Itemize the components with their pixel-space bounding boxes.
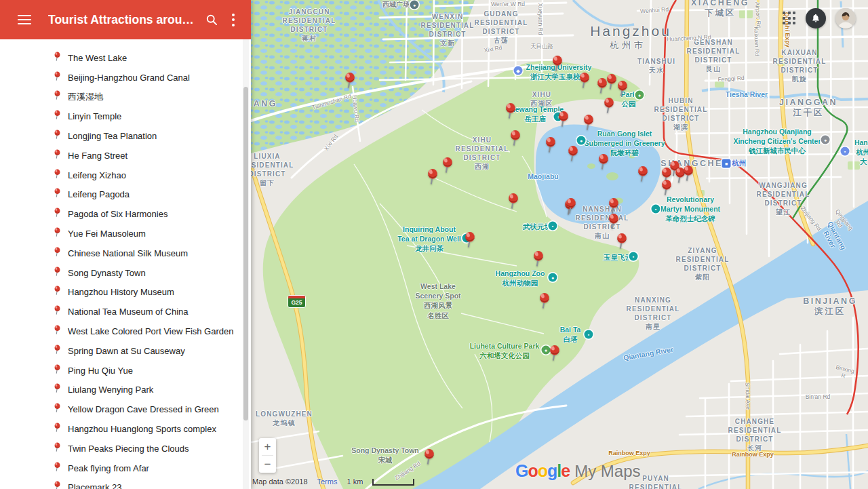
map-pin-12[interactable] [543, 136, 558, 154]
pushpin-icon [53, 71, 62, 84]
map-pin-15[interactable] [440, 157, 455, 174]
map-pin-11[interactable] [508, 130, 523, 147]
sidebar-item-label: West Lake Colored Port View Fish Garden [68, 326, 233, 336]
zoom-in-button[interactable]: + [259, 438, 276, 455]
attraction-icon[interactable]: ▪ [629, 252, 638, 261]
sidebar-item-label: Twin Peaks Piecing the Clouds [68, 444, 189, 454]
attraction-icon[interactable]: ▪ [549, 222, 557, 231]
user-avatar[interactable] [835, 8, 856, 28]
sidebar-item-19[interactable]: Yellow Dragon Cave Dressed in Green [0, 399, 241, 419]
apps-grid-icon[interactable] [783, 12, 796, 25]
map-pin-2[interactable] [550, 55, 565, 73]
map-pin-17[interactable] [506, 193, 521, 210]
terms-link[interactable]: Terms [317, 477, 338, 486]
map-pin-6[interactable] [615, 80, 630, 98]
sidebar-item-22[interactable]: Peak flying from Afar [0, 458, 241, 478]
sidebar-item-6[interactable]: He Fang Street [0, 146, 241, 165]
sidebar-item-label: National Tea Museum of China [68, 307, 189, 317]
zoo-paw-icon[interactable]: ● [549, 273, 557, 282]
sidebar-item-11[interactable]: Chinese National Silk Museum [0, 243, 241, 263]
map-pin-7[interactable] [601, 97, 616, 115]
place-icon[interactable]: ● [821, 136, 830, 144]
map-pin-28[interactable] [635, 165, 650, 183]
sidebar-item-label: Pagoda of Six Harmonies [68, 209, 167, 219]
map-pin-22[interactable] [547, 345, 562, 362]
map-pin-27[interactable] [614, 233, 629, 250]
sidebar-item-17[interactable]: Ping Hu Qiu Yue [0, 361, 241, 380]
place-icon[interactable]: ▪ [841, 147, 850, 156]
sidebar-item-16[interactable]: Spring Dawn at Su Causeway [0, 341, 241, 361]
map-pin-10[interactable] [503, 102, 518, 120]
sidebar-item-2[interactable]: Beijing-Hangzhou Grand Canal [0, 68, 241, 87]
sidebar-item-4[interactable]: Linyin Temple [0, 106, 241, 126]
more-options-kebab-icon[interactable] [232, 14, 235, 26]
map-pin-8[interactable] [556, 111, 571, 128]
university-icon[interactable]: ◆ [514, 66, 523, 75]
pushpin-icon [53, 305, 62, 318]
sidebar-item-13[interactable]: Hangzhou History Museum [0, 283, 241, 302]
map-pin-32[interactable] [681, 165, 696, 182]
sidebar-item-15[interactable]: West Lake Colored Port View Fish Garden [0, 321, 241, 341]
map-pin-16[interactable] [425, 168, 440, 186]
map-pin-23[interactable] [422, 448, 437, 466]
pushpin-icon [53, 442, 62, 455]
search-icon[interactable] [205, 13, 218, 26]
sidebar-item-label: Hangzhou History Museum [68, 287, 174, 297]
map-pin-3[interactable] [577, 72, 592, 90]
zoom-control: + − [259, 438, 276, 473]
google-my-maps-watermark: Google My Maps [515, 461, 641, 481]
sidebar-item-label: 西溪湿地 [68, 91, 103, 103]
sidebar-item-label: Spring Dawn at Su Causeway [68, 346, 185, 356]
sidebar-item-5[interactable]: Longjing Tea Planation [0, 126, 241, 146]
sidebar-item-9[interactable]: Pagoda of Six Harmonies [0, 204, 241, 224]
map-pin-14[interactable] [596, 153, 611, 171]
sidebar-item-20[interactable]: Hangzhou Huanglong Sports complex [0, 419, 241, 439]
scale-bar [372, 479, 414, 486]
sidebar-item-label: Linyin Temple [68, 111, 121, 121]
pushpin-icon [53, 267, 62, 279]
plaza-icon[interactable]: ● [410, 1, 419, 9]
sidebar-scrollbar-thumb[interactable] [243, 87, 248, 420]
sidebar-item-18[interactable]: Liulang Wenying Park [0, 380, 241, 400]
sidebar-item-7[interactable]: Leifeng Xizhao [0, 165, 241, 185]
pushpin-icon [53, 383, 62, 396]
sidebar-item-21[interactable]: Twin Peaks Piecing the Clouds [0, 439, 241, 458]
sidebar-item-label: Ping Hu Qiu Yue [68, 366, 133, 376]
pushpin-icon [53, 423, 62, 435]
map-pin-20[interactable] [531, 250, 546, 268]
map-pin-19[interactable] [462, 231, 477, 249]
map-pin-13[interactable] [566, 145, 580, 163]
menu-hamburger-icon[interactable] [18, 12, 31, 27]
sidebar-item-1[interactable]: The West Lake [0, 48, 241, 68]
sidebar-item-label: Leifeng Pagoda [68, 189, 130, 199]
train-station-icon[interactable]: ■ [722, 159, 731, 168]
sidebar-item-23[interactable]: Placemark 23 [0, 478, 241, 489]
sidebar-item-label: The West Lake [68, 53, 127, 63]
map-pin-1[interactable] [342, 72, 357, 90]
zoom-out-button[interactable]: − [259, 456, 276, 473]
map-pin-9[interactable] [581, 114, 596, 132]
map-pin-21[interactable] [537, 292, 552, 310]
sidebar-item-3[interactable]: 西溪湿地 [0, 87, 241, 107]
map-attribution: Map data ©2018 Terms 1 km [252, 477, 414, 486]
islet-icon[interactable]: ● [577, 136, 586, 145]
monument-icon[interactable]: ▪ [652, 205, 660, 214]
sidebar-item-label: Liulang Wenying Park [68, 385, 153, 395]
pagoda-icon[interactable]: ▪ [585, 330, 593, 339]
sidebar-item-8[interactable]: Leifeng Pagoda [0, 185, 241, 205]
sidebar-item-10[interactable]: Yue Fei Mausoleum [0, 224, 241, 243]
map-pin-33[interactable] [659, 179, 674, 197]
sidebar-item-label: Hangzhou Huanglong Sports complex [68, 424, 216, 434]
notifications-bell-icon[interactable] [806, 8, 826, 28]
sidebar-item-14[interactable]: National Tea Museum of China [0, 302, 241, 321]
map-pin-24[interactable] [564, 197, 578, 215]
sidebar-item-12[interactable]: Song Dynasty Town [0, 263, 241, 283]
pushpin-icon [53, 188, 62, 201]
pushpin-icon [53, 227, 62, 240]
pushpin-icon [53, 345, 62, 357]
map-pin-26[interactable] [606, 213, 621, 231]
park-tree-icon[interactable]: ♠ [635, 91, 644, 100]
sidebar-item-label: Song Dynasty Town [68, 268, 146, 278]
sidebar-item-label: Leifeng Xizhao [68, 170, 126, 180]
top-right-controls [783, 8, 856, 28]
